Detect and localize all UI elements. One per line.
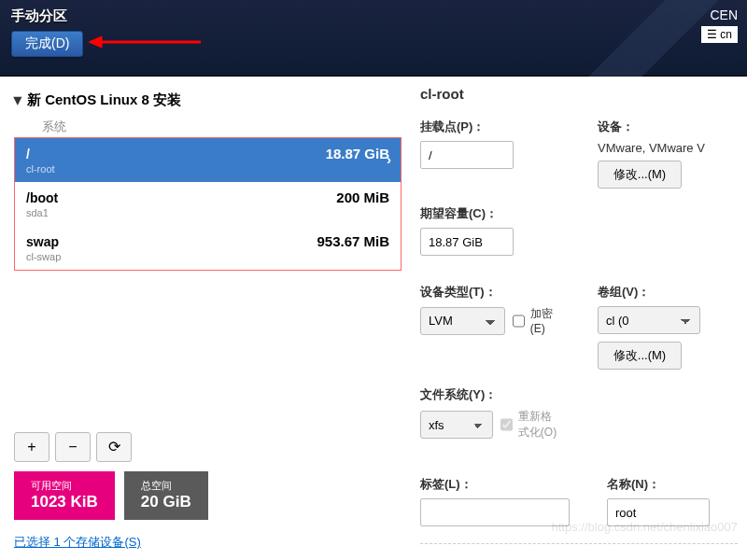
partition-mount: /boot <box>26 190 58 205</box>
add-partition-button[interactable]: + <box>14 432 49 462</box>
modify-vg-button[interactable]: 修改...(M) <box>598 342 682 370</box>
partition-row-boot[interactable]: /boot 200 MiB sda1 <box>15 182 401 226</box>
partition-size: 200 MiB <box>336 189 389 205</box>
partition-mount: / <box>26 147 30 161</box>
space-stats: 可用空间 1023 KiB 总空间 20 GiB <box>14 471 402 520</box>
annotation-arrow <box>89 35 201 49</box>
fs-select[interactable]: xfs <box>420 411 493 439</box>
partition-dev: sda1 <box>26 207 389 218</box>
device-label: 设备： <box>598 119 738 135</box>
capacity-input[interactable] <box>420 228 514 256</box>
encrypt-label: 加密(E) <box>530 306 560 335</box>
install-title: 新 CentOS Linux 8 安装 <box>27 91 181 109</box>
encrypt-checkbox[interactable] <box>513 315 525 328</box>
partition-list-panel: ▶ 新 CentOS Linux 8 安装 系统 / 18.87 GiB cl-… <box>0 77 411 560</box>
vg-label: 卷组(V)： <box>598 284 738 301</box>
lang-indicator[interactable]: ☰ cn <box>701 26 738 43</box>
tag-input[interactable] <box>420 498 570 526</box>
detail-title: cl-root <box>420 86 738 102</box>
done-button[interactable]: 完成(D) <box>11 31 83 57</box>
topbar-right: CEN ☰ cn <box>701 7 738 43</box>
available-label: 可用空间 <box>31 479 98 492</box>
total-value: 20 GiB <box>141 492 191 512</box>
partition-row-root[interactable]: / 18.87 GiB cl-root › <box>15 138 401 182</box>
modify-device-button[interactable]: 修改...(M) <box>598 161 682 189</box>
partition-dev: cl-swap <box>26 251 389 262</box>
storage-devices-link[interactable]: 已选择 1 个存储设备(S) <box>14 535 141 549</box>
total-space-box: 总空间 20 GiB <box>124 471 208 520</box>
reformat-checkbox <box>500 418 513 431</box>
reformat-checkbox-row: 重新格式化(O) <box>500 409 560 441</box>
install-header[interactable]: ▶ 新 CentOS Linux 8 安装 <box>14 86 402 115</box>
partition-list: / 18.87 GiB cl-root › /boot 200 MiB sda1… <box>14 137 402 271</box>
partition-dev: cl-root <box>26 163 389 175</box>
partition-size: 18.87 GiB <box>326 146 389 161</box>
chevron-right-icon: › <box>387 151 391 167</box>
partition-size: 953.67 MiB <box>317 233 389 249</box>
vg-select[interactable]: cl (0 <box>598 306 700 334</box>
partition-buttons: + − ⟳ <box>14 432 402 462</box>
chevron-down-icon: ▶ <box>12 97 24 105</box>
partition-detail-panel: cl-root 挂载点(P)： 设备： VMware, VMware V 修改.… <box>411 77 747 560</box>
capacity-label: 期望容量(C)： <box>420 205 560 222</box>
section-label: 系统 <box>42 119 402 135</box>
tag-label: 标签(L)： <box>420 476 570 493</box>
reload-button[interactable]: ⟳ <box>96 432 132 462</box>
remove-partition-button[interactable]: − <box>55 432 91 462</box>
mount-input[interactable] <box>420 141 514 169</box>
page-title: 手动分区 <box>11 7 736 25</box>
topbar: 手动分区 完成(D) CEN ☰ cn <box>0 0 747 77</box>
available-space-box: 可用空间 1023 KiB <box>14 471 115 520</box>
encrypt-checkbox-row[interactable]: 加密(E) <box>513 306 560 335</box>
devtype-select[interactable]: LVM <box>420 307 505 335</box>
partition-mount: swap <box>26 234 59 249</box>
fs-label: 文件系统(Y)： <box>420 386 560 403</box>
reformat-label: 重新格式化(O) <box>518 409 560 441</box>
mount-label: 挂载点(P)： <box>420 119 560 135</box>
name-label: 名称(N)： <box>607 476 738 493</box>
divider <box>420 543 738 544</box>
devtype-label: 设备类型(T)： <box>420 284 560 301</box>
available-value: 1023 KiB <box>31 492 98 512</box>
partition-row-swap[interactable]: swap 953.67 MiB cl-swap <box>15 226 401 270</box>
svg-marker-1 <box>89 36 102 48</box>
total-label: 总空间 <box>141 479 191 492</box>
distro-label: CEN <box>701 7 738 22</box>
device-value: VMware, VMware V <box>598 141 738 155</box>
name-input[interactable] <box>607 498 710 526</box>
